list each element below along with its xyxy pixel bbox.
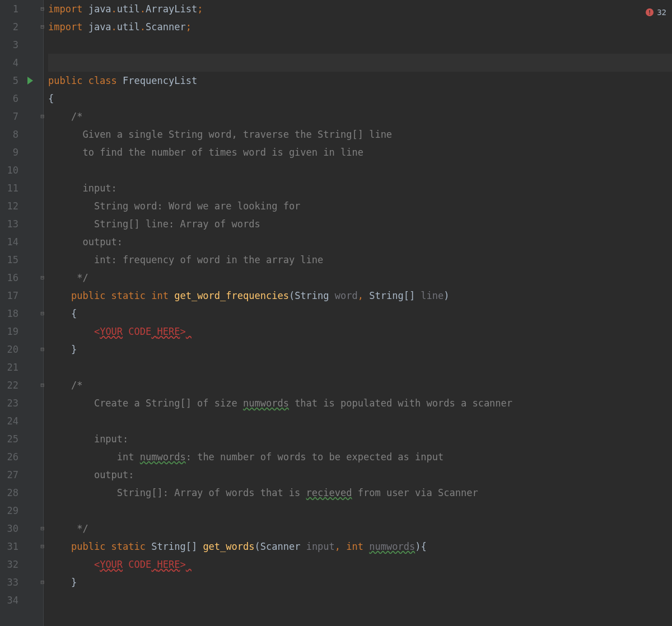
code-line[interactable]: input: [48,179,672,197]
code-line[interactable]: <YOUR CODE HERE> [48,323,672,340]
gutter-line[interactable]: 2⊟ [0,18,43,36]
code-line[interactable]: } [48,340,672,358]
code-line[interactable]: String[] line: Array of words [48,215,672,233]
gutter-line[interactable]: 24 [0,412,43,430]
identifier [48,129,82,140]
gutter-line[interactable]: 16⊟ [0,269,43,287]
gutter-line[interactable]: 28 [0,484,43,502]
gutter-line[interactable]: 30⊟ [0,520,43,538]
gutter-line[interactable]: 22⊟ [0,376,43,394]
code-line[interactable]: String word: Word we are looking for [48,197,672,215]
code-line[interactable]: to find the number of times word is give… [48,143,672,161]
code-line[interactable]: import java.util.ArrayList; [48,0,672,18]
gutter-line[interactable]: 3 [0,36,43,54]
code-line[interactable]: output: [48,466,672,484]
gutter-line[interactable]: 12 [0,197,43,215]
punct: . [111,21,117,32]
gutter-line[interactable]: 25 [0,430,43,448]
code-line[interactable]: } [48,573,672,591]
comment: output: [82,236,123,247]
code-line[interactable]: /* [48,376,672,394]
code-line[interactable]: public static int get_word_frequencies(S… [48,287,672,305]
code-line[interactable] [48,54,672,72]
gutter-line[interactable]: 31⊟ [0,538,43,555]
gutter-line[interactable]: 18⊟ [0,305,43,323]
gutter-line[interactable]: 9 [0,143,43,161]
identifier [48,559,94,570]
code-line[interactable]: public class FrequencyList [48,72,672,90]
comment: input: [94,433,128,445]
code-line[interactable] [48,358,672,376]
gutter-line[interactable]: 13 [0,215,43,233]
gutter-line[interactable]: 15 [0,251,43,269]
identifier [48,200,94,212]
code-line[interactable]: public static String[] get_words(Scanner… [48,538,672,555]
code-line[interactable]: */ [48,269,672,287]
parameter: word [335,290,358,301]
gutter-line[interactable]: 34 [0,591,43,609]
code-line[interactable]: input: [48,430,672,448]
identifier [48,451,117,463]
code-line[interactable]: output: [48,233,672,251]
placeholder: CODE [123,326,151,337]
punct: ; [197,3,203,15]
identifier [48,272,77,283]
gutter-line[interactable]: 14 [0,233,43,251]
gutter-line[interactable]: 27 [0,466,43,484]
identifier: util [117,21,140,32]
code-line[interactable] [48,161,672,179]
identifier [48,326,94,337]
gutter-line[interactable]: 19 [0,323,43,340]
code-line[interactable]: int numwords: the number of words to be … [48,448,672,466]
identifier [48,523,77,534]
method-name: get_word_frequencies [174,290,289,301]
code-editor[interactable]: ! 32 1⊟2⊟34567⊟8910111213141516⊟1718⊟192… [0,0,672,626]
gutter-line[interactable]: 6 [0,90,43,108]
gutter-line[interactable]: 5 [0,72,43,90]
gutter-line[interactable]: 26 [0,448,43,466]
gutter-line[interactable]: 1⊟ [0,0,43,18]
punct: , [358,290,369,301]
gutter-line[interactable]: 21 [0,358,43,376]
code-line[interactable] [48,36,672,54]
gutter-line[interactable]: 20⊟ [0,340,43,358]
code-line[interactable]: { [48,90,672,108]
gutter-line[interactable]: 7⊟ [0,108,43,125]
gutter-line[interactable]: 4 [0,54,43,72]
identifier: String[] [151,541,203,552]
code-line[interactable]: Create a String[] of size numwords that … [48,394,672,412]
run-icon[interactable] [27,72,33,90]
placeholder-space [186,559,192,570]
gutter-line[interactable]: 11 [0,179,43,197]
gutter-line[interactable]: 17 [0,287,43,305]
gutter-line[interactable]: 10 [0,161,43,179]
code-line[interactable]: import java.util.Scanner; [48,18,672,36]
comment: /* [71,111,82,122]
code-line[interactable]: */ [48,520,672,538]
code-line[interactable]: Given a single String word, traverse the… [48,125,672,143]
gutter-line[interactable]: 23 [0,394,43,412]
code-line[interactable]: { [48,305,672,323]
punct: , [335,541,346,552]
code-line[interactable] [48,502,672,520]
code-line[interactable] [48,412,672,430]
code-line[interactable]: /* [48,108,672,125]
gutter-line[interactable]: 33⊟ [0,573,43,591]
gutter[interactable]: 1⊟2⊟34567⊟8910111213141516⊟1718⊟1920⊟212… [0,0,44,626]
code-line[interactable]: <YOUR CODE HERE> [48,555,672,573]
identifier: util [117,3,140,15]
gutter-line[interactable]: 32 [0,555,43,573]
code-area[interactable]: import java.util.ArrayList;import java.u… [44,0,672,626]
code-line[interactable]: String[]: Array of words that is recieve… [48,484,672,502]
identifier [48,254,94,265]
identifier: ){ [415,541,426,552]
gutter-line[interactable]: 29 [0,502,43,520]
keyword: int [346,541,369,552]
gutter-line[interactable]: 8 [0,125,43,143]
identifier: Scanner [146,21,186,32]
parameter: numwords [369,541,415,552]
keyword: public static [71,541,151,552]
identifier [48,398,94,409]
code-line[interactable]: int: frequency of word in the array line [48,251,672,269]
code-line[interactable] [48,591,672,609]
